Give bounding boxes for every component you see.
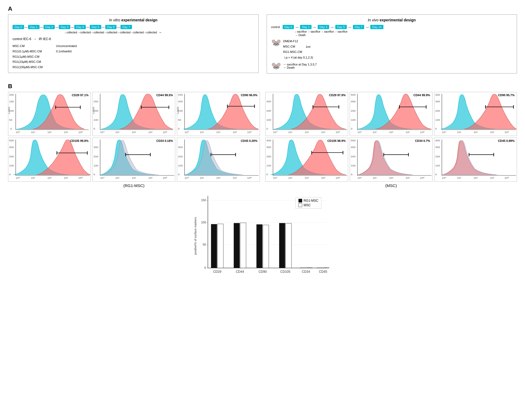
collected-5: collected <box>120 31 130 34</box>
bar-msc-cd29 <box>217 224 223 268</box>
figure-container: A In vitro experimental design Day 0 — D… <box>0 0 525 289</box>
x-label-cd105: CD105 <box>280 270 290 274</box>
msc-cd29-svg: 10⁰ 10¹ 10² 10³ 10⁴ 0 100 200 300 <box>266 92 348 136</box>
legend-msc-label: MSC <box>304 203 311 207</box>
vitro-arrow: → <box>33 37 37 41</box>
bar-rg1-cd105 <box>279 223 285 268</box>
rg1-cd45-chart: CD45 0.20% 10⁰ 10¹ 10² 10³ 10⁴ <box>177 138 260 182</box>
svg-text:0: 0 <box>178 173 180 176</box>
x-label-cd90: CD90 <box>258 270 267 274</box>
msc-group-title: (MSC) <box>265 183 517 188</box>
svg-text:10²: 10² <box>389 177 393 179</box>
collected-7: collected <box>146 31 157 34</box>
vivo-control-mouse: 🐭 DMEM-F12 MSC-CM RG1-MSC-CM 1ml <box>271 39 310 55</box>
svg-text:10⁴: 10⁴ <box>78 131 83 134</box>
svg-text:0: 0 <box>435 173 437 176</box>
vivo-timeline-control: control Day 0 — Day 1 — Day 3 — Day 5 — … <box>271 25 513 29</box>
svg-text:10¹: 10¹ <box>200 131 204 134</box>
svg-text:100: 100 <box>178 164 183 167</box>
svg-text:10²: 10² <box>473 131 478 134</box>
vivo-treatment-list: DMEM-F12 MSC-CM RG1-MSC-CM <box>283 39 302 55</box>
msc-cd90-svg: 10⁰ 10¹ 10² 10³ 10⁴ 0 100 200 300 400 <box>434 92 517 136</box>
vivo-day-14: Day 14 <box>370 25 383 29</box>
x-label-cd44: CD44 <box>236 270 244 274</box>
svg-text:10³: 10³ <box>64 131 68 134</box>
svg-text:10⁰: 10⁰ <box>273 131 277 134</box>
svg-text:10⁴: 10⁴ <box>420 131 424 134</box>
rg1-cd44-svg: Count 10⁰ 10¹ 10² 10³ 10⁴ 0 <box>93 92 175 136</box>
svg-text:100: 100 <box>201 221 206 224</box>
bar-chart-container: RG1-MSC MSC positive% of surface markers… <box>193 193 332 284</box>
svg-text:0: 0 <box>178 128 180 130</box>
msc-cd34-chart: CD34 0.7% 10⁰ 10¹ 10² 10³ 10⁴ <box>350 138 433 182</box>
legend-rg1: RG1-MSC <box>298 199 318 203</box>
svg-text:10²: 10² <box>132 177 136 179</box>
msc-cd29-chart: CD29 97.9% 10⁰ 10¹ 10² 10³ 10⁴ <box>265 92 348 136</box>
svg-text:300: 300 <box>178 146 183 149</box>
collected-3: collected <box>94 31 104 34</box>
svg-text:10⁰: 10⁰ <box>16 131 20 134</box>
sac1: sacrifice <box>297 30 307 33</box>
rg1-row-2: CD105 99.8% 10⁰ 10¹ 10² 10³ 10⁴ <box>8 138 260 182</box>
bar-rg1-cd34 <box>300 268 306 268</box>
msc-cd105-label: CD105 98.9% <box>327 139 346 142</box>
svg-text:10⁰: 10⁰ <box>185 177 189 179</box>
legend-swatch-msc <box>298 203 302 207</box>
msc-cd45-chart: CD45 0.89% 10⁰ 10¹ 10² 10³ 10⁴ <box>434 138 517 182</box>
vivo-panel: In vivo experimental design control Day … <box>267 14 517 75</box>
svg-text:10⁰: 10⁰ <box>100 177 104 179</box>
msc-row-2: CD105 98.9% 10⁰ 10¹ 10² 10³ 10⁴ <box>265 138 517 182</box>
svg-text:400: 400 <box>351 146 356 149</box>
bar-msc-cd105 <box>286 223 291 268</box>
svg-text:10⁴: 10⁴ <box>163 131 167 134</box>
bar-chart-section: RG1-MSC MSC positive% of surface markers… <box>8 193 517 284</box>
bar-rg1-cd44 <box>234 223 240 268</box>
bar-rg1-cd29 <box>211 224 217 268</box>
rg1-cd34-chart: CD34 0.16% 10⁰ 10¹ 10² 10³ 10⁴ <box>92 138 175 182</box>
vivo-ir-details: → sacrifice at Day 1,3,5,7 → Death <box>283 63 317 69</box>
svg-text:400: 400 <box>435 139 440 142</box>
vitro-day-0: Day 0 <box>13 25 24 29</box>
svg-text:200: 200 <box>9 94 14 96</box>
svg-text:10⁴: 10⁴ <box>504 131 509 134</box>
svg-text:100: 100 <box>9 164 14 167</box>
svg-text:10⁰: 10⁰ <box>442 177 446 179</box>
treatment-3: RG1(1μM)-MSC-CM <box>13 54 43 60</box>
svg-text:200: 200 <box>9 155 14 158</box>
vivo-day-3: Day 3 <box>318 25 329 29</box>
svg-text:10¹: 10¹ <box>288 177 292 179</box>
rg1-cd105-svg: 10⁰ 10¹ 10² 10³ 10⁴ 0 100 200 400 500 <box>8 138 91 181</box>
vivo-title: In vivo experimental design <box>271 18 513 22</box>
msc-cd34-svg: 10⁰ 10¹ 10² 10³ 10⁴ 0 100 200 400 500 <box>350 138 432 181</box>
vitro-day-2: Day 2 <box>44 25 55 29</box>
svg-text:100: 100 <box>9 110 14 112</box>
svg-text:50: 50 <box>178 119 181 121</box>
vivo-day-5: Day 5 <box>335 25 347 29</box>
vitro-day-5: Day 5 <box>90 25 101 29</box>
svg-text:400: 400 <box>435 94 440 96</box>
svg-text:150: 150 <box>9 100 14 103</box>
svg-text:300: 300 <box>435 100 440 103</box>
msc-cd105-chart: CD105 98.9% 10⁰ 10¹ 10² 10³ 10⁴ <box>265 138 348 182</box>
svg-text:500: 500 <box>9 139 14 142</box>
svg-text:250: 250 <box>178 94 183 96</box>
msc-row-1: CD29 97.9% 10⁰ 10¹ 10² 10³ 10⁴ <box>265 92 517 136</box>
mouse-icon-ir: 🐭 <box>271 61 281 71</box>
svg-text:10¹: 10¹ <box>200 177 204 179</box>
vivo-dose: 1ml <box>306 45 310 48</box>
legend-swatch-rg1 <box>298 199 302 203</box>
x-label-cd34: CD34 <box>302 270 310 274</box>
bar-msc-cd44 <box>240 223 246 268</box>
svg-text:10⁰: 10⁰ <box>100 131 104 134</box>
treatment-1: MSC-CM <box>13 44 43 49</box>
svg-text:0: 0 <box>266 128 268 130</box>
vivo-control-label: control <box>271 25 280 29</box>
svg-text:10⁰: 10⁰ <box>273 177 277 179</box>
vitro-treatments: MSC-CM RG1(0.1μM)-MSC-CM RG1(1μM)-MSC-CM… <box>13 44 254 70</box>
vitro-day-1: Day 1 <box>28 25 40 29</box>
svg-text:500: 500 <box>351 139 356 142</box>
vitro-ir-label: IR IEC-6 <box>39 37 51 41</box>
collected-4: collected <box>107 31 117 34</box>
msc-cd90-label: CD90 95.7% <box>498 94 515 97</box>
section-a-label: A <box>8 5 517 12</box>
